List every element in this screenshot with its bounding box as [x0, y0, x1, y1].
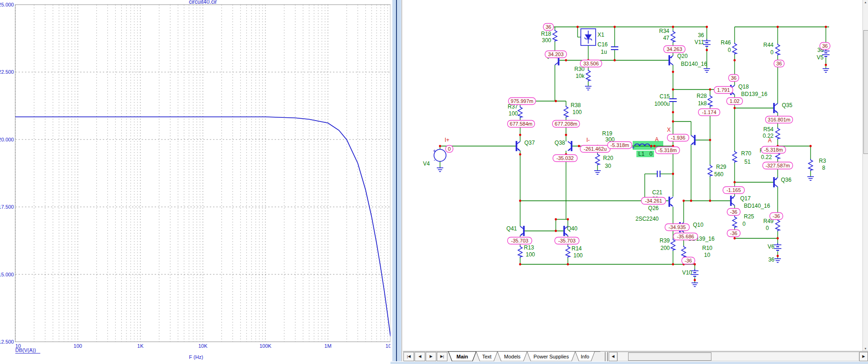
- transistor-Q26[interactable]: [669, 197, 673, 207]
- component-label: R20: [603, 155, 613, 161]
- schematic-canvas[interactable]: R18300X1C161uQ39R3010kR3447Q20BD140_1636…: [403, 0, 862, 351]
- component-label: 0: [649, 151, 653, 157]
- hscroll-right-button[interactable]: ▶: [859, 352, 868, 361]
- tab-next-button[interactable]: ▶: [426, 352, 436, 361]
- tab-label: Power Supplies: [534, 354, 569, 359]
- component-label: 8: [822, 165, 825, 171]
- component-label: 2SC2240: [635, 216, 659, 222]
- vertical-scroll-thumb[interactable]: [863, 30, 868, 154]
- bubble-value: 36: [776, 61, 782, 66]
- resistor-R37[interactable]: [518, 106, 522, 118]
- junction-dot: [519, 134, 522, 136]
- resistor-R20[interactable]: [596, 153, 600, 166]
- polarity-mark: -: [650, 144, 652, 150]
- resistor-R18[interactable]: [553, 30, 557, 42]
- npn-arrow-icon: [691, 142, 693, 145]
- resistor-R39[interactable]: [671, 239, 675, 251]
- junction-dot: [672, 111, 674, 114]
- resistor-R10[interactable]: [682, 246, 686, 258]
- resistor-R38[interactable]: [564, 106, 568, 118]
- resistor-R14[interactable]: [566, 246, 570, 258]
- resistor-R70[interactable]: [733, 151, 737, 163]
- voltage-bubble: -35.703: [508, 237, 532, 244]
- tab-prev-button[interactable]: ◀: [415, 352, 425, 361]
- tab-label: Models: [504, 354, 521, 359]
- voltage-bubble: 0: [446, 146, 453, 153]
- tab-info[interactable]: Info: [575, 351, 595, 361]
- voltage-bubble: -36: [770, 213, 783, 220]
- transistor-Q37[interactable]: [516, 141, 520, 151]
- resistor-R30[interactable]: [586, 70, 591, 82]
- tab-label: Main: [456, 354, 468, 359]
- window-splitter[interactable]: [390, 0, 403, 364]
- component-label: BD139_16: [741, 91, 767, 97]
- tab-text[interactable]: Text: [476, 351, 497, 361]
- resistor-R3[interactable]: [809, 159, 813, 171]
- sheet-tab-bar: |◀ ◀ ▶ ▶| MainTextModelsPower SuppliesIn…: [403, 351, 868, 362]
- junction-dot: [683, 200, 685, 202]
- transistor-Q19[interactable]: [691, 135, 695, 145]
- component-label: Q36: [781, 177, 792, 183]
- voltage-bubble: 677.208m: [553, 121, 580, 128]
- resistor-R29[interactable]: [708, 165, 712, 177]
- junction-dot: [777, 26, 779, 28]
- splitter-line: [396, 0, 397, 364]
- tab-models[interactable]: Models: [497, 351, 527, 361]
- resistor-R44[interactable]: [776, 44, 780, 56]
- voltage-bubble: -34.935: [665, 224, 690, 231]
- scroll-up-icon[interactable]: ▲: [863, 1, 868, 4]
- component-label: Q40: [567, 225, 578, 232]
- battery-V10[interactable]: [691, 269, 698, 276]
- tab-splitter[interactable]: [605, 352, 608, 361]
- junction-dot: [565, 134, 567, 136]
- tab-power-supplies[interactable]: Power Supplies: [527, 351, 575, 361]
- component-label: V6: [767, 243, 774, 250]
- component-label: Q38: [554, 140, 565, 146]
- resistor-R34[interactable]: [671, 31, 675, 43]
- ground-symbol: [823, 69, 829, 72]
- subckt-X1[interactable]: [581, 29, 596, 45]
- component-label: 300: [542, 37, 551, 44]
- junction-dot: [734, 107, 736, 109]
- junction-dot: [672, 26, 674, 28]
- tab-first-button[interactable]: |◀: [403, 352, 414, 361]
- transistor-Q17[interactable]: [731, 196, 735, 206]
- resistor-R46[interactable]: [733, 43, 737, 55]
- voltage-bubble: -5.318m: [761, 147, 786, 153]
- trace-name-link[interactable]: DB(V(A)): [15, 347, 36, 353]
- resistor-R54[interactable]: [776, 128, 780, 140]
- component-label: 51: [744, 159, 751, 165]
- component-label: 0: [766, 225, 769, 231]
- horizontal-scroll-thumb[interactable]: [628, 352, 711, 361]
- transistor-Q20[interactable]: [669, 55, 673, 65]
- resistor-R49[interactable]: [776, 219, 780, 231]
- tab-filler: [600, 351, 604, 362]
- bode-plot: circuit40.cir25.00022.50020.00017.50015.…: [0, 0, 390, 364]
- battery-V6[interactable]: [774, 243, 781, 250]
- tab-last-button[interactable]: ▶|: [437, 352, 447, 361]
- transistor-Q38[interactable]: [568, 141, 572, 151]
- transistor-Q35[interactable]: [774, 103, 778, 113]
- x-axis-label: F (Hz): [189, 354, 203, 360]
- voltage-bubble: 34.203: [545, 51, 567, 58]
- transistor-Q41[interactable]: [520, 226, 524, 236]
- vertical-scrollbar[interactable]: ▲ ▼: [862, 0, 868, 351]
- horizontal-scrollbar[interactable]: [617, 352, 859, 361]
- battery-V11[interactable]: [703, 39, 711, 46]
- npn-arrow-icon: [520, 233, 522, 236]
- npn-arrow-icon: [568, 148, 570, 151]
- tab-main[interactable]: Main: [448, 351, 476, 361]
- hscroll-left-button[interactable]: ◀: [609, 352, 617, 361]
- scroll-down-icon[interactable]: ▼: [863, 347, 868, 350]
- resistor-R13[interactable]: [518, 246, 522, 258]
- component-label: 0: [742, 221, 746, 227]
- node-name-label: X: [667, 127, 671, 133]
- component-label: 0.22: [761, 154, 772, 160]
- resistor-R28[interactable]: [708, 95, 712, 107]
- page-tabs: MainTextModelsPower SuppliesInfo: [447, 351, 600, 362]
- junction-dot: [555, 100, 557, 102]
- transistor-Q36[interactable]: [774, 177, 778, 187]
- component-label: R3: [819, 158, 826, 164]
- resistor-R25[interactable]: [733, 216, 737, 228]
- bubble-value: -35.703: [511, 238, 528, 243]
